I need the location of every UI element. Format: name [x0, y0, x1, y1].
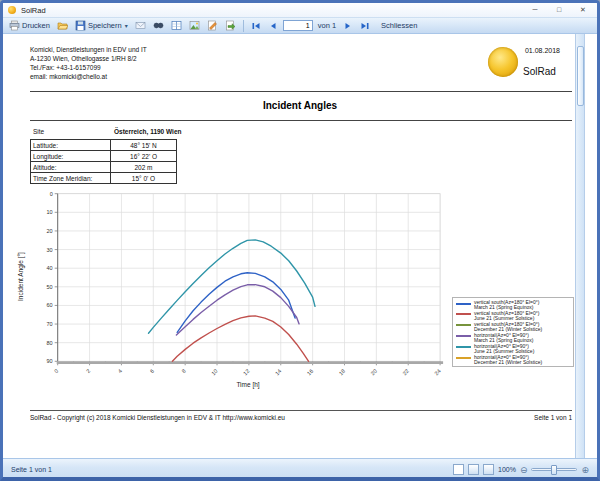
prev-page-button[interactable]: [266, 20, 280, 32]
svg-text:12: 12: [242, 368, 251, 377]
svg-text:0: 0: [50, 191, 53, 197]
save-dropdown-icon[interactable]: ▾: [125, 22, 128, 29]
svg-text:50: 50: [47, 284, 53, 290]
close-preview-label: Schliessen: [381, 21, 417, 30]
incident-angles-chart: 0102030405060708090024681012141618202224: [3, 34, 597, 458]
legend-item: vertical south(Az=180° El=0°)June 21 (Su…: [456, 311, 571, 321]
svg-text:4: 4: [117, 368, 123, 374]
solrad-sun-icon: [8, 6, 16, 14]
legend-line-sample: [456, 357, 471, 359]
report-page: Komicki, Dienstleistungen in EDV und IT …: [3, 34, 597, 458]
svg-text:20: 20: [369, 368, 378, 377]
chart-legend: vertical south(Az=180° El=0°)March 21 (S…: [452, 297, 574, 367]
columns-icon: [171, 20, 182, 31]
svg-text:30: 30: [47, 247, 53, 253]
legend-line-sample: [456, 313, 471, 315]
toolbar-separator: [243, 20, 244, 32]
svg-text:18: 18: [338, 368, 347, 377]
last-page-icon: [360, 21, 370, 31]
legend-item: vertical south(Az=180° El=0°)March 21 (S…: [456, 300, 571, 310]
svg-text:22: 22: [401, 368, 410, 377]
layout-button[interactable]: [169, 19, 184, 32]
report-footer: SolRad - Copyright (c) 2018 Komicki Dien…: [30, 414, 572, 421]
vertical-scrollbar[interactable]: [575, 34, 585, 458]
email-button[interactable]: [133, 19, 148, 32]
printer-icon: [9, 20, 20, 31]
maximize-button[interactable]: □: [547, 3, 571, 16]
app-window: SolRad ─ □ ✕ Drucken Speichern ▾: [0, 0, 600, 481]
status-bar: Seite 1 von 1 100% ⊖ ⊕: [3, 458, 597, 480]
close-preview-button[interactable]: Schliessen: [379, 20, 419, 31]
page-count-label: von 1: [316, 20, 338, 31]
print-button[interactable]: Drucken: [7, 19, 52, 32]
zoom-level-label: 100%: [498, 466, 516, 473]
minimize-button[interactable]: ─: [523, 3, 547, 16]
svg-text:10: 10: [210, 368, 219, 377]
legend-item: horizontal(Az=0° El=90°)June 21 (Summer …: [456, 344, 571, 354]
export-icon: [225, 20, 236, 31]
zoom-in-icon[interactable]: ⊕: [581, 465, 589, 475]
svg-text:16: 16: [306, 368, 315, 377]
svg-text:20: 20: [47, 228, 53, 234]
svg-text:14: 14: [274, 368, 283, 377]
svg-text:24: 24: [433, 368, 442, 377]
footer-divider: [30, 410, 572, 411]
svg-text:6: 6: [149, 368, 155, 374]
open-folder-icon: [57, 20, 68, 31]
status-page-label: Seite 1 von 1: [11, 466, 52, 473]
window-title: SolRad: [21, 6, 46, 15]
find-button[interactable]: [151, 19, 166, 32]
image-icon: [189, 20, 200, 31]
legend-line-sample: [456, 346, 471, 348]
y-axis-title: Incident Angle [°]: [17, 217, 24, 337]
zoom-slider-thumb[interactable]: [551, 465, 557, 475]
print-label: Drucken: [22, 21, 50, 30]
open-button[interactable]: [55, 19, 70, 32]
zoom-slider[interactable]: [531, 468, 577, 471]
svg-text:70: 70: [47, 321, 53, 327]
scrollbar-thumb[interactable]: [577, 46, 584, 106]
single-page-view-icon[interactable]: [453, 464, 464, 475]
legend-line-sample: [456, 324, 471, 326]
watermark-button[interactable]: [187, 19, 202, 32]
legend-line-sample: [456, 303, 471, 305]
svg-text:10: 10: [47, 209, 53, 215]
legend-item: horizontal(Az=0° El=90°)March 21 (Spring…: [456, 333, 571, 343]
zoom-out-icon[interactable]: ⊖: [520, 465, 528, 475]
page-width-view-icon[interactable]: [483, 464, 494, 475]
footer-page-number: Seite 1 von 1: [534, 414, 572, 421]
close-button[interactable]: ✕: [571, 3, 595, 16]
svg-text:8: 8: [180, 368, 186, 374]
svg-text:0: 0: [53, 368, 59, 374]
svg-text:40: 40: [47, 265, 53, 271]
legend-item: horizontal(Az=0° El=90°)December 21 (Win…: [456, 355, 571, 365]
last-page-button[interactable]: [358, 20, 372, 32]
save-button[interactable]: Speichern ▾: [73, 19, 130, 32]
multi-page-view-icon[interactable]: [468, 464, 479, 475]
legend-item: vertical south(Az=180° El=0°)December 21…: [456, 322, 571, 332]
search-icon: [153, 20, 164, 31]
svg-text:60: 60: [47, 302, 53, 308]
first-page-button[interactable]: [249, 20, 263, 32]
svg-text:80: 80: [47, 340, 53, 346]
toolbar: Drucken Speichern ▾: [3, 17, 597, 34]
svg-text:90: 90: [47, 358, 53, 364]
svg-text:2: 2: [85, 368, 91, 374]
title-bar: SolRad ─ □ ✕: [3, 3, 597, 17]
next-page-button[interactable]: [341, 20, 355, 32]
first-page-icon: [251, 21, 261, 31]
edit-page-button[interactable]: [205, 19, 220, 32]
footer-copyright: SolRad - Copyright (c) 2018 Komicki Dien…: [30, 414, 285, 421]
edit-icon: [207, 20, 218, 31]
save-label: Speichern: [88, 21, 122, 30]
save-icon: [75, 20, 86, 31]
email-icon: [135, 20, 146, 31]
next-page-icon: [343, 21, 353, 31]
export-button[interactable]: [223, 19, 238, 32]
x-axis-title: Time [h]: [198, 381, 298, 388]
legend-line-sample: [456, 335, 471, 337]
prev-page-icon: [268, 21, 278, 31]
page-number-input[interactable]: [283, 20, 313, 31]
legend-sublabel: December 21 (Winter Solstice): [474, 359, 542, 365]
